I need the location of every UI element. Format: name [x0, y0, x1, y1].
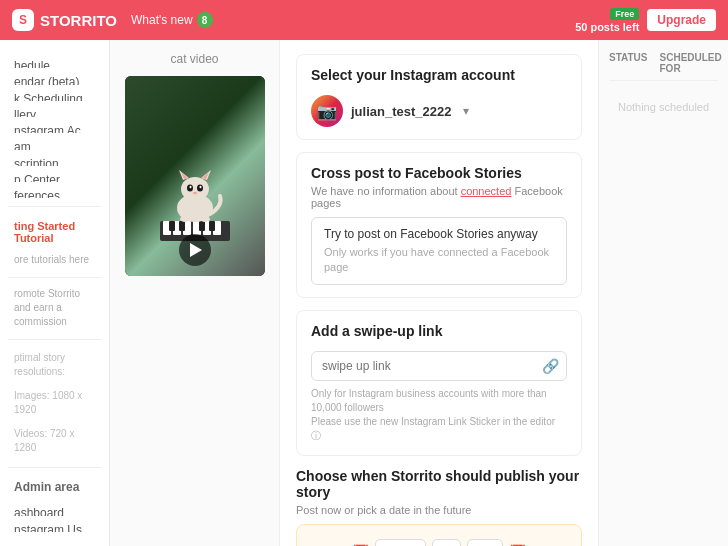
sidebar: hedule endar (beta) k Scheduling llery n… [0, 40, 110, 546]
svg-rect-9 [199, 221, 205, 231]
cross-post-box: Cross post to Facebook Stories We have n… [296, 152, 582, 298]
sidebar-item-help-center[interactable]: p Center [8, 168, 101, 182]
svg-point-22 [180, 216, 190, 222]
sidebar-item-team[interactable]: am [8, 135, 101, 149]
upgrade-button[interactable]: Upgrade [647, 9, 716, 31]
play-icon [190, 243, 202, 257]
publish-title: Choose when Storrito should publish your… [296, 468, 582, 500]
cross-post-title: Cross post to Facebook Stories [311, 165, 567, 181]
facebook-stories-button[interactable]: Try to post on Facebook Stories anyway O… [311, 217, 567, 285]
sidebar-resolutions-label: ptimal story resolutions: [8, 347, 101, 383]
status-panel: STATUS SCHEDULED FOR Nothing scheduled [598, 40, 728, 546]
preview-panel: cat video [110, 40, 280, 546]
instagram-account-box: Select your Instagram account 📷 julian_t… [296, 54, 582, 140]
nothing-scheduled: Nothing scheduled [609, 101, 718, 113]
status-header: STATUS SCHEDULED FOR [609, 52, 718, 81]
month-field[interactable]: 2 [432, 539, 461, 546]
play-button[interactable] [179, 234, 211, 266]
cross-post-desc: We have no information about connected F… [311, 185, 567, 209]
ig-section-title: Select your Instagram account [311, 67, 567, 83]
scheduled-for-label: SCHEDULED FOR [660, 52, 722, 74]
ig-account-name: julian_test_2222 [351, 104, 451, 119]
status-label: STATUS [609, 52, 648, 74]
svg-point-19 [189, 186, 191, 188]
whats-new-badge: 8 [197, 12, 213, 28]
fb-btn-main-label: Try to post on Facebook Stories anyway [324, 226, 554, 243]
link-icon: 🔗 [542, 358, 559, 374]
whats-new-label: What's new [131, 13, 193, 27]
publish-sub: Post now or pick a date in the future [296, 504, 582, 516]
publish-box: 📅 2022 2 23 📅 🕐 [296, 524, 582, 546]
sidebar-item-schedule[interactable]: hedule [8, 54, 101, 68]
logo: S STORRITO [12, 9, 117, 31]
chevron-down-icon: ▾ [463, 104, 469, 118]
instagram-camera-icon: 📷 [317, 102, 337, 121]
date-row: 📅 2022 2 23 📅 [311, 539, 567, 546]
svg-point-12 [181, 177, 209, 201]
main-content: cat video [110, 40, 728, 546]
sidebar-item-calendar[interactable]: endar (beta) [8, 70, 101, 84]
sidebar-item-bulk-scheduling[interactable]: k Scheduling [8, 87, 101, 101]
swipe-up-box: Add a swipe-up link 🔗 Only for Instagram… [296, 310, 582, 456]
sidebar-resolutions-videos: Videos: 720 x 1280 [8, 423, 101, 459]
sidebar-refer[interactable]: romote Storrito and earn a commission [8, 285, 101, 331]
fb-btn-sub-label: Only works if you have connected a Faceb… [324, 245, 554, 276]
sidebar-resolutions-images: Images: 1080 x 1920 [8, 385, 101, 421]
svg-point-23 [200, 216, 210, 222]
svg-rect-8 [179, 221, 185, 231]
app-header: S STORRITO What's new 8 Free 50 posts le… [0, 0, 728, 40]
instagram-icon: 📷 [311, 95, 343, 127]
swipe-input[interactable] [311, 351, 567, 381]
free-badge: Free [610, 8, 639, 20]
app-layout: hedule endar (beta) k Scheduling llery n… [0, 40, 728, 546]
year-field[interactable]: 2022 [375, 539, 426, 546]
svg-point-21 [193, 192, 197, 194]
sidebar-tutorial[interactable]: ting Started Tutorial [8, 215, 101, 249]
publish-section: Choose when Storrito should publish your… [296, 468, 582, 546]
logo-text: STORRITO [40, 12, 117, 29]
ig-account-selector[interactable]: 📷 julian_test_2222 ▾ [311, 95, 567, 127]
sidebar-item-gallery[interactable]: llery [8, 103, 101, 117]
whats-new-button[interactable]: What's new 8 [131, 12, 213, 28]
posts-left: 50 posts left [575, 21, 639, 33]
header-right: Free 50 posts left Upgrade [575, 8, 716, 33]
sidebar-user-info[interactable]: nstagram User Info [8, 518, 101, 532]
svg-rect-10 [209, 221, 215, 231]
preview-label: cat video [170, 52, 218, 66]
swipe-title: Add a swipe-up link [311, 323, 567, 339]
sidebar-dashboard[interactable]: ashboard [8, 501, 101, 515]
svg-rect-7 [169, 221, 175, 231]
video-preview [125, 76, 265, 276]
sidebar-item-subscription[interactable]: scription [8, 152, 101, 166]
sidebar-admin[interactable]: Admin area [8, 475, 101, 499]
cross-post-desc-text: We have no information about [311, 185, 458, 197]
right-panel: Select your Instagram account 📷 julian_t… [280, 40, 598, 546]
logo-icon: S [12, 9, 34, 31]
swipe-note: Only for Instagram business accounts wit… [311, 387, 567, 443]
sidebar-item-instagram-accounts[interactable]: nstagram Accounts [8, 119, 101, 133]
sidebar-tutorial-sub: ore tutorials here [8, 251, 101, 269]
day-field[interactable]: 23 [467, 539, 503, 546]
cat-illustration [155, 156, 235, 246]
svg-point-20 [199, 186, 201, 188]
sidebar-item-preferences[interactable]: ferences [8, 184, 101, 198]
cross-post-link[interactable]: connected [461, 185, 512, 197]
swipe-input-wrap: 🔗 [311, 351, 567, 381]
